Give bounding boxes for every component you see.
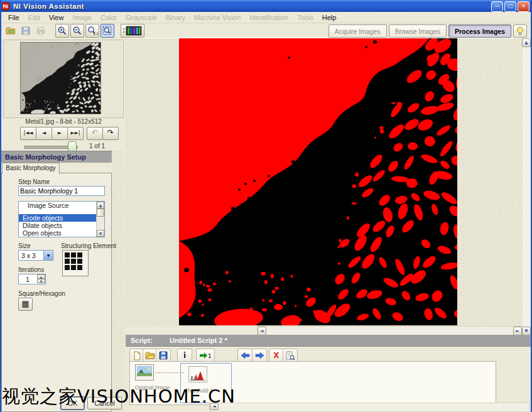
step-forward-button[interactable] bbox=[252, 349, 267, 362]
delete-step-button[interactable]: X bbox=[269, 349, 284, 362]
scroll-down-icon[interactable]: ▼ bbox=[522, 327, 531, 335]
spin-up-icon[interactable]: ▲ bbox=[37, 274, 45, 279]
size-dropdown[interactable]: 3 x 3 ▼ bbox=[18, 250, 53, 261]
scroll-down-icon[interactable]: ▼ bbox=[97, 230, 104, 237]
first-image-button[interactable]: |◄◄ bbox=[20, 127, 36, 140]
maximize-button[interactable]: □ bbox=[504, 1, 516, 12]
scrollbar-thumb[interactable] bbox=[97, 209, 104, 217]
main-area: ▲ ▼ 512x512 1.37X 1(0,0) ◄ ► Script: Unt… bbox=[126, 38, 531, 412]
operation-list-scrollbar[interactable]: ▲ ▼ bbox=[96, 202, 104, 237]
save-disk-icon bbox=[21, 26, 30, 35]
image-display-region: ▲ ▼ 512x512 1.37X 1(0,0) ◄ ► bbox=[126, 38, 531, 335]
menu-tools: Tools bbox=[293, 13, 318, 22]
se-cell[interactable] bbox=[71, 259, 76, 264]
last-image-button[interactable]: ►►| bbox=[67, 127, 84, 140]
tab-basic-morphology[interactable]: Basic Morphology bbox=[2, 163, 60, 174]
menu-grayscale: Grayscale bbox=[121, 13, 161, 22]
main-toolbar: 1:1 bbox=[1, 23, 531, 38]
script-header: Script: Untitled Script 2 * bbox=[126, 335, 531, 347]
palette-button[interactable] bbox=[121, 24, 144, 38]
zoom-in-button[interactable] bbox=[55, 24, 69, 38]
zoom-out-button[interactable] bbox=[70, 24, 84, 38]
se-cell[interactable] bbox=[65, 259, 70, 264]
se-cell[interactable] bbox=[71, 265, 76, 270]
run-once-button[interactable]: 1 bbox=[196, 349, 215, 362]
panel-side-texture bbox=[112, 151, 126, 412]
menu-help[interactable]: Help bbox=[318, 13, 341, 22]
square-hexagon-toggle[interactable]: ▦ bbox=[18, 298, 33, 311]
image-caption: Metal1.jpg - 8-bit - 512x512 bbox=[1, 118, 126, 125]
process-images-button[interactable]: Process Images bbox=[448, 24, 511, 38]
reference-image-thumbnail[interactable] bbox=[21, 43, 100, 114]
se-cell[interactable] bbox=[65, 265, 70, 270]
run-once-icon: 1 bbox=[199, 352, 212, 359]
histogram-icon bbox=[188, 366, 207, 382]
display-status-row: 512x512 1.37X 1(0,0) ◄ ► bbox=[126, 326, 522, 335]
zoom-to-fit-button[interactable] bbox=[100, 24, 114, 38]
iterations-stepper[interactable]: 1 ▲ ▼ bbox=[18, 274, 46, 285]
scroll-up-icon[interactable]: ▲ bbox=[97, 202, 104, 209]
report-magnifier-icon bbox=[286, 351, 295, 360]
undo-arrow-button: ↶ bbox=[87, 127, 103, 140]
list-item-open-objects[interactable]: Open objects bbox=[19, 229, 104, 237]
list-item-dilate-objects[interactable]: Dilate objects bbox=[19, 222, 104, 229]
menu-bar: File Edit View Image Color Grayscale Bin… bbox=[1, 12, 531, 23]
menu-file[interactable]: File bbox=[4, 13, 24, 22]
ni-vision-assistant-window: NI Vision Assistant ─ □ × File Edit View… bbox=[0, 0, 532, 412]
list-item-erode-objects[interactable]: Erode objects bbox=[19, 214, 104, 222]
color-palette-icon bbox=[123, 26, 142, 36]
minimize-button[interactable]: ─ bbox=[491, 1, 503, 12]
list-item-blank bbox=[19, 209, 104, 214]
se-cell[interactable] bbox=[77, 259, 82, 264]
se-cell[interactable] bbox=[77, 252, 82, 258]
reference-panel: Metal1.jpg - 8-bit - 512x512 |◄◄ ◄ ► ►►|… bbox=[1, 38, 126, 412]
step-name-input[interactable] bbox=[18, 186, 105, 196]
menu-image: Image bbox=[68, 13, 96, 22]
step-backward-button[interactable] bbox=[237, 349, 252, 362]
step-name-label: Step Name bbox=[18, 178, 50, 185]
arrow-right-icon bbox=[255, 352, 264, 359]
se-cell[interactable] bbox=[71, 252, 76, 258]
image-navigation: |◄◄ ◄ ► ►►| ↶ ↷ bbox=[20, 127, 118, 140]
structuring-element-grid[interactable] bbox=[62, 250, 89, 276]
previous-image-button[interactable]: ◄ bbox=[36, 127, 52, 140]
folder-open-icon bbox=[6, 26, 16, 35]
browse-images-button[interactable]: Browse Images bbox=[389, 24, 447, 38]
printer-icon bbox=[36, 26, 46, 35]
processed-binary-image[interactable] bbox=[179, 38, 457, 325]
se-cell[interactable] bbox=[65, 252, 70, 258]
lightbulb-icon bbox=[516, 26, 524, 36]
zoom-one-to-one-button[interactable]: 1:1 bbox=[85, 24, 99, 38]
iterations-label: Iterations bbox=[18, 266, 44, 273]
acquire-images-button[interactable]: Acquire Images bbox=[328, 24, 387, 38]
folder-open-icon bbox=[145, 351, 155, 360]
list-item-image-source[interactable]: Image Source bbox=[19, 202, 104, 209]
open-image-button[interactable] bbox=[4, 24, 18, 38]
app-logo-icon bbox=[2, 2, 11, 11]
display-vertical-scrollbar[interactable]: ▲ ▼ bbox=[521, 38, 531, 335]
performance-meter-button[interactable] bbox=[283, 349, 298, 362]
save-image-button bbox=[19, 24, 33, 38]
save-script-button[interactable] bbox=[156, 349, 171, 362]
redo-arrow-button[interactable]: ↷ bbox=[102, 127, 119, 140]
zoom-in-icon bbox=[57, 26, 67, 36]
close-button[interactable]: × bbox=[518, 1, 529, 12]
next-image-button[interactable]: ► bbox=[52, 127, 68, 140]
zoom-out-icon bbox=[72, 26, 82, 36]
window-border-left bbox=[0, 0, 1, 412]
help-button[interactable] bbox=[513, 24, 527, 38]
menu-view[interactable]: View bbox=[45, 13, 68, 22]
menu-identification: Identification bbox=[245, 13, 293, 22]
spin-down-icon[interactable]: ▼ bbox=[37, 279, 45, 283]
script-name: Untitled Script 2 * bbox=[170, 335, 227, 346]
svg-text:1: 1 bbox=[208, 353, 212, 359]
se-cell[interactable] bbox=[77, 265, 82, 270]
chevron-down-icon[interactable]: ▼ bbox=[43, 251, 53, 260]
info-icon: i bbox=[183, 351, 186, 360]
scroll-up-icon[interactable]: ▲ bbox=[522, 38, 531, 47]
script-label: Script: bbox=[131, 337, 153, 344]
window-title: NI Vision Assistant bbox=[13, 3, 84, 10]
script-horizontal-scrollbar[interactable]: ◄ bbox=[209, 403, 529, 412]
new-page-icon bbox=[133, 351, 141, 360]
step-info-button[interactable]: i bbox=[177, 349, 192, 362]
